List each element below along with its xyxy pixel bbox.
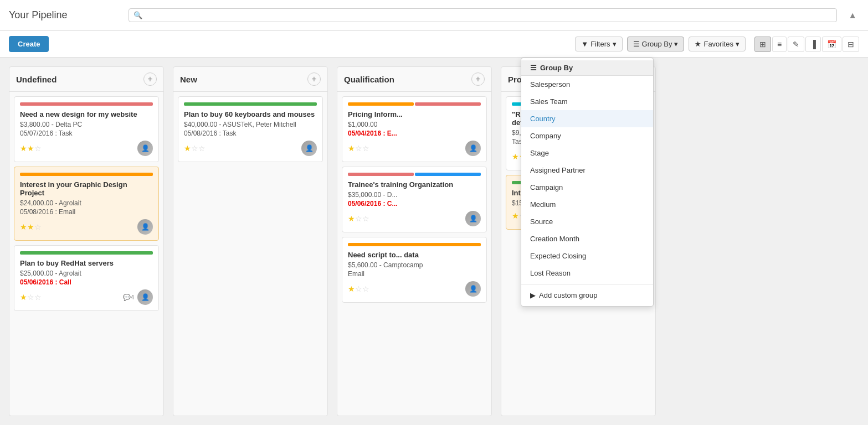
groupby-menu-item[interactable]: Assigned Partner — [521, 162, 653, 179]
groupby-menu-item[interactable]: Lost Reason — [521, 265, 653, 282]
chevron-right-icon: ▶ — [530, 291, 536, 299]
dropdown-divider — [521, 284, 653, 284]
groupby-menu-item[interactable]: Salesperson — [521, 76, 653, 93]
groupby-menu-item[interactable]: Medium — [521, 196, 653, 213]
groupby-menu-title: Group By — [540, 64, 573, 72]
add-custom-group-label: Add custom group — [539, 291, 598, 299]
groupby-menu-icon: ☰ — [530, 64, 537, 72]
groupby-dropdown: ☰ Group By SalespersonSales TeamCountryC… — [521, 58, 654, 307]
groupby-menu-item[interactable]: Source — [521, 213, 653, 230]
add-custom-group-item[interactable]: ▶Add custom group — [521, 287, 653, 304]
groupby-menu-item[interactable]: Sales Team — [521, 93, 653, 110]
groupby-menu-item[interactable]: Campaign — [521, 179, 653, 196]
dropdown-overlay[interactable] — [0, 0, 868, 425]
groupby-menu-item[interactable]: Company — [521, 127, 653, 144]
groupby-menu-item[interactable]: Country — [521, 110, 653, 127]
groupby-menu-item[interactable]: Creation Month — [521, 230, 653, 247]
groupby-menu-item[interactable]: Expected Closing — [521, 247, 653, 265]
dropdown-section-header: ☰ Group By — [521, 60, 653, 76]
groupby-menu-item[interactable]: Stage — [521, 144, 653, 162]
